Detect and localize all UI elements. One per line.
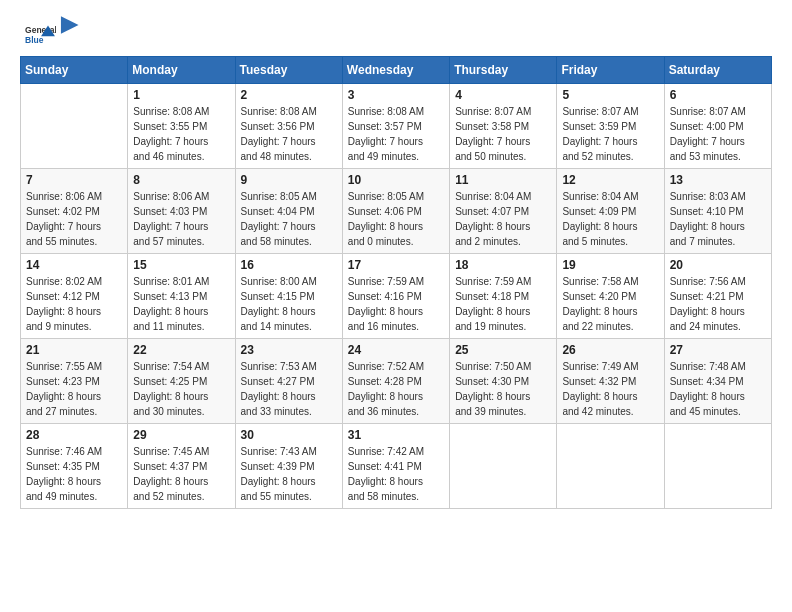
day-number: 17 — [348, 258, 444, 272]
flag-icon — [58, 14, 80, 36]
logo-icon: General Blue — [24, 18, 56, 50]
day-number: 10 — [348, 173, 444, 187]
day-cell: 18Sunrise: 7:59 AMSunset: 4:18 PMDayligh… — [450, 254, 557, 339]
day-number: 31 — [348, 428, 444, 442]
day-cell: 19Sunrise: 7:58 AMSunset: 4:20 PMDayligh… — [557, 254, 664, 339]
calendar-header: SundayMondayTuesdayWednesdayThursdayFrid… — [21, 57, 772, 84]
day-info: Sunrise: 8:01 AMSunset: 4:13 PMDaylight:… — [133, 274, 229, 334]
day-number: 25 — [455, 343, 551, 357]
day-info: Sunrise: 7:56 AMSunset: 4:21 PMDaylight:… — [670, 274, 766, 334]
day-cell: 10Sunrise: 8:05 AMSunset: 4:06 PMDayligh… — [342, 169, 449, 254]
week-row-1: 7Sunrise: 8:06 AMSunset: 4:02 PMDaylight… — [21, 169, 772, 254]
day-info: Sunrise: 8:07 AMSunset: 4:00 PMDaylight:… — [670, 104, 766, 164]
day-number: 11 — [455, 173, 551, 187]
day-number: 9 — [241, 173, 337, 187]
day-cell: 28Sunrise: 7:46 AMSunset: 4:35 PMDayligh… — [21, 424, 128, 509]
day-number: 3 — [348, 88, 444, 102]
day-cell: 25Sunrise: 7:50 AMSunset: 4:30 PMDayligh… — [450, 339, 557, 424]
day-cell: 30Sunrise: 7:43 AMSunset: 4:39 PMDayligh… — [235, 424, 342, 509]
day-cell: 26Sunrise: 7:49 AMSunset: 4:32 PMDayligh… — [557, 339, 664, 424]
day-number: 5 — [562, 88, 658, 102]
day-cell: 7Sunrise: 8:06 AMSunset: 4:02 PMDaylight… — [21, 169, 128, 254]
header-row: SundayMondayTuesdayWednesdayThursdayFrid… — [21, 57, 772, 84]
day-info: Sunrise: 8:06 AMSunset: 4:02 PMDaylight:… — [26, 189, 122, 249]
week-row-3: 21Sunrise: 7:55 AMSunset: 4:23 PMDayligh… — [21, 339, 772, 424]
day-cell — [557, 424, 664, 509]
day-cell — [450, 424, 557, 509]
day-cell: 20Sunrise: 7:56 AMSunset: 4:21 PMDayligh… — [664, 254, 771, 339]
day-info: Sunrise: 8:08 AMSunset: 3:57 PMDaylight:… — [348, 104, 444, 164]
day-info: Sunrise: 7:58 AMSunset: 4:20 PMDaylight:… — [562, 274, 658, 334]
day-info: Sunrise: 8:04 AMSunset: 4:09 PMDaylight:… — [562, 189, 658, 249]
day-number: 13 — [670, 173, 766, 187]
day-number: 1 — [133, 88, 229, 102]
day-number: 18 — [455, 258, 551, 272]
day-number: 7 — [26, 173, 122, 187]
page: General Blue SundayMondayTuesdayWednesda… — [0, 0, 792, 612]
day-cell: 2Sunrise: 8:08 AMSunset: 3:56 PMDaylight… — [235, 84, 342, 169]
day-info: Sunrise: 8:05 AMSunset: 4:04 PMDaylight:… — [241, 189, 337, 249]
day-cell: 15Sunrise: 8:01 AMSunset: 4:13 PMDayligh… — [128, 254, 235, 339]
day-number: 12 — [562, 173, 658, 187]
day-number: 27 — [670, 343, 766, 357]
day-cell: 29Sunrise: 7:45 AMSunset: 4:37 PMDayligh… — [128, 424, 235, 509]
day-cell: 9Sunrise: 8:05 AMSunset: 4:04 PMDaylight… — [235, 169, 342, 254]
day-info: Sunrise: 8:00 AMSunset: 4:15 PMDaylight:… — [241, 274, 337, 334]
day-number: 4 — [455, 88, 551, 102]
weekday-header-sunday: Sunday — [21, 57, 128, 84]
week-row-0: 1Sunrise: 8:08 AMSunset: 3:55 PMDaylight… — [21, 84, 772, 169]
day-cell: 13Sunrise: 8:03 AMSunset: 4:10 PMDayligh… — [664, 169, 771, 254]
day-info: Sunrise: 7:49 AMSunset: 4:32 PMDaylight:… — [562, 359, 658, 419]
day-cell: 8Sunrise: 8:06 AMSunset: 4:03 PMDaylight… — [128, 169, 235, 254]
calendar-body: 1Sunrise: 8:08 AMSunset: 3:55 PMDaylight… — [21, 84, 772, 509]
day-number: 23 — [241, 343, 337, 357]
day-cell: 3Sunrise: 8:08 AMSunset: 3:57 PMDaylight… — [342, 84, 449, 169]
day-number: 24 — [348, 343, 444, 357]
day-info: Sunrise: 7:53 AMSunset: 4:27 PMDaylight:… — [241, 359, 337, 419]
day-cell: 22Sunrise: 7:54 AMSunset: 4:25 PMDayligh… — [128, 339, 235, 424]
day-number: 30 — [241, 428, 337, 442]
day-number: 22 — [133, 343, 229, 357]
week-row-4: 28Sunrise: 7:46 AMSunset: 4:35 PMDayligh… — [21, 424, 772, 509]
day-number: 8 — [133, 173, 229, 187]
day-number: 16 — [241, 258, 337, 272]
day-cell: 21Sunrise: 7:55 AMSunset: 4:23 PMDayligh… — [21, 339, 128, 424]
day-info: Sunrise: 8:04 AMSunset: 4:07 PMDaylight:… — [455, 189, 551, 249]
day-number: 28 — [26, 428, 122, 442]
day-info: Sunrise: 7:45 AMSunset: 4:37 PMDaylight:… — [133, 444, 229, 504]
day-cell: 1Sunrise: 8:08 AMSunset: 3:55 PMDaylight… — [128, 84, 235, 169]
day-number: 6 — [670, 88, 766, 102]
weekday-header-saturday: Saturday — [664, 57, 771, 84]
day-cell: 16Sunrise: 8:00 AMSunset: 4:15 PMDayligh… — [235, 254, 342, 339]
day-info: Sunrise: 7:59 AMSunset: 4:16 PMDaylight:… — [348, 274, 444, 334]
day-info: Sunrise: 7:52 AMSunset: 4:28 PMDaylight:… — [348, 359, 444, 419]
day-number: 19 — [562, 258, 658, 272]
day-cell — [664, 424, 771, 509]
day-cell: 5Sunrise: 8:07 AMSunset: 3:59 PMDaylight… — [557, 84, 664, 169]
weekday-header-tuesday: Tuesday — [235, 57, 342, 84]
day-number: 26 — [562, 343, 658, 357]
day-number: 14 — [26, 258, 122, 272]
weekday-header-monday: Monday — [128, 57, 235, 84]
day-info: Sunrise: 8:07 AMSunset: 3:58 PMDaylight:… — [455, 104, 551, 164]
day-info: Sunrise: 8:08 AMSunset: 3:55 PMDaylight:… — [133, 104, 229, 164]
day-cell: 11Sunrise: 8:04 AMSunset: 4:07 PMDayligh… — [450, 169, 557, 254]
day-info: Sunrise: 8:06 AMSunset: 4:03 PMDaylight:… — [133, 189, 229, 249]
day-cell — [21, 84, 128, 169]
day-info: Sunrise: 7:43 AMSunset: 4:39 PMDaylight:… — [241, 444, 337, 504]
weekday-header-friday: Friday — [557, 57, 664, 84]
day-number: 2 — [241, 88, 337, 102]
day-info: Sunrise: 8:02 AMSunset: 4:12 PMDaylight:… — [26, 274, 122, 334]
day-number: 20 — [670, 258, 766, 272]
svg-marker-3 — [61, 16, 79, 34]
day-cell: 4Sunrise: 8:07 AMSunset: 3:58 PMDaylight… — [450, 84, 557, 169]
day-info: Sunrise: 8:03 AMSunset: 4:10 PMDaylight:… — [670, 189, 766, 249]
logo: General Blue — [20, 18, 80, 50]
calendar-table: SundayMondayTuesdayWednesdayThursdayFrid… — [20, 56, 772, 509]
day-info: Sunrise: 7:50 AMSunset: 4:30 PMDaylight:… — [455, 359, 551, 419]
weekday-header-wednesday: Wednesday — [342, 57, 449, 84]
weekday-header-thursday: Thursday — [450, 57, 557, 84]
day-info: Sunrise: 7:46 AMSunset: 4:35 PMDaylight:… — [26, 444, 122, 504]
day-info: Sunrise: 7:48 AMSunset: 4:34 PMDaylight:… — [670, 359, 766, 419]
day-info: Sunrise: 8:07 AMSunset: 3:59 PMDaylight:… — [562, 104, 658, 164]
